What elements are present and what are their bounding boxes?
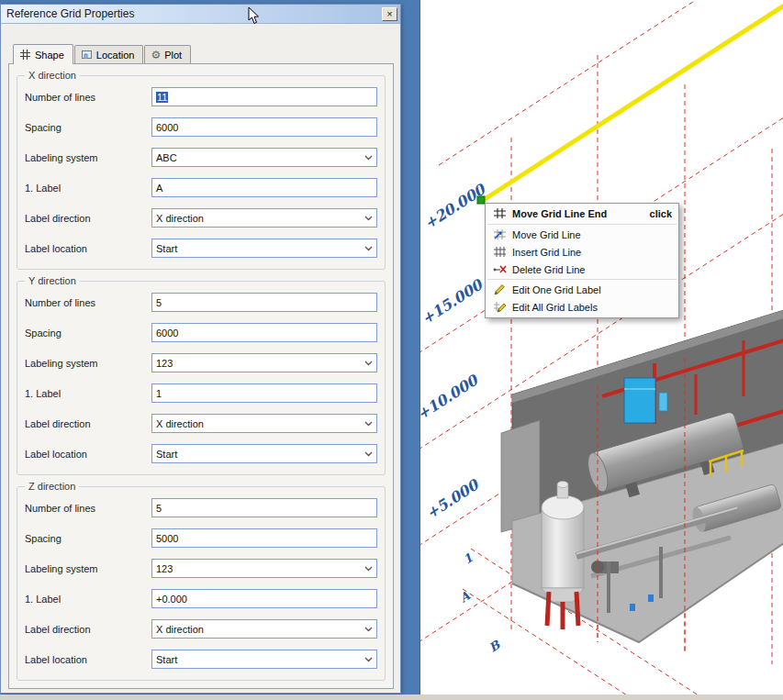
- menu-item-edit-all-grid-labels[interactable]: Edit All Grid Labels: [486, 298, 678, 316]
- input-value: 6000: [156, 122, 178, 133]
- field-row: Number of lines11: [25, 87, 377, 106]
- y-direction-label-direction-select[interactable]: X direction: [151, 414, 377, 433]
- chevron-down-icon: [361, 657, 373, 662]
- field-label: Spacing: [25, 533, 151, 544]
- z-direction-number-of-lines-input[interactable]: 5: [151, 498, 377, 517]
- field-row: Label locationStart: [25, 650, 377, 669]
- edit-one-grid-label-icon: [492, 283, 507, 295]
- field-row: Label directionX direction: [25, 208, 377, 228]
- x-direction-label-direction-select[interactable]: X direction: [151, 208, 377, 228]
- select-value: X direction: [156, 418, 204, 429]
- field-label: Spacing: [25, 328, 151, 339]
- menu-header-hint: click: [650, 208, 672, 219]
- context-menu: Move Grid Line EndclickMove Grid LineIns…: [485, 203, 679, 318]
- field-label: Labeling system: [25, 152, 151, 163]
- field-row: Labeling systemABC: [25, 148, 377, 167]
- blue-box-small: [659, 393, 667, 411]
- menu-item-insert-grid-line[interactable]: Insert Grid Line: [486, 243, 678, 261]
- field-row: Spacing5000: [25, 528, 377, 548]
- input-value: 1: [156, 388, 162, 399]
- group-x-direction: X directionNumber of lines11Spacing6000L…: [17, 75, 386, 270]
- menu-item-label: Insert Grid Line: [512, 247, 581, 258]
- y-direction-label-location-select[interactable]: Start: [151, 444, 377, 463]
- select-value: 123: [156, 358, 173, 369]
- field-label: 1. Label: [25, 594, 151, 605]
- z-direction-1-label-input[interactable]: +0.000: [151, 589, 377, 608]
- field-row: Spacing6000: [25, 117, 377, 137]
- field-row: Spacing6000: [25, 323, 377, 342]
- chevron-down-icon: [361, 627, 373, 632]
- tab-plot[interactable]: ⚙Plot: [144, 45, 191, 63]
- select-value: Start: [156, 243, 177, 254]
- menu-item-edit-one-grid-label[interactable]: Edit One Grid Label: [486, 281, 678, 298]
- select-value: 123: [156, 563, 173, 574]
- group-z-direction: Z directionNumber of lines5Spacing5000La…: [17, 486, 386, 681]
- tab-label: Shape: [35, 50, 64, 61]
- y-direction-spacing-input[interactable]: 6000: [151, 323, 377, 342]
- field-row: Number of lines5: [25, 293, 377, 312]
- mouse-cursor: [248, 6, 261, 25]
- field-row: Label directionX direction: [25, 414, 377, 433]
- z-direction-labeling-system-select[interactable]: 123: [151, 559, 377, 578]
- field-label: Number of lines: [25, 297, 151, 308]
- model-view-canvas[interactable]: Move Grid Line EndclickMove Grid LineIns…: [419, 0, 783, 694]
- grid-end-icon: [492, 207, 507, 219]
- status-strip: [0, 694, 783, 700]
- y-direction-labeling-system-select[interactable]: 123: [151, 353, 377, 372]
- menu-item-label: Edit All Grid Labels: [512, 302, 598, 313]
- select-value: Start: [156, 449, 177, 460]
- menu-item-delete-grid-line[interactable]: Delete Grid Line: [486, 261, 678, 278]
- x-direction-labeling-system-select[interactable]: ABC: [151, 148, 377, 167]
- group-legend: Y direction: [25, 275, 80, 286]
- field-label: Label direction: [25, 418, 151, 429]
- field-row: 1. LabelA: [25, 178, 377, 197]
- 3d-viewport[interactable]: [420, 0, 783, 694]
- chevron-down-icon: [361, 361, 373, 366]
- z-direction-label-direction-select[interactable]: X direction: [151, 619, 377, 639]
- move-grid-line-icon: [492, 228, 507, 240]
- z-direction-label-location-select[interactable]: Start: [151, 650, 377, 669]
- dialog-titlebar[interactable]: Reference Grid Properties ×: [1, 5, 400, 24]
- group-legend: Z direction: [25, 481, 79, 492]
- field-row: 1. Label+0.000: [25, 589, 377, 608]
- input-value: 5: [156, 503, 162, 514]
- menu-header-move-grid-line-end[interactable]: Move Grid Line Endclick: [486, 204, 678, 223]
- tab-shape[interactable]: Shape: [13, 44, 73, 64]
- tab-location[interactable]: Location: [74, 45, 144, 63]
- x-direction-number-of-lines-input[interactable]: 11: [151, 87, 377, 106]
- chevron-down-icon: [361, 246, 373, 251]
- field-label: Label location: [25, 243, 151, 254]
- select-value: X direction: [156, 624, 204, 635]
- select-value: X direction: [156, 213, 204, 224]
- z-direction-spacing-input[interactable]: 5000: [151, 528, 377, 548]
- dialog-title: Reference Grid Properties: [6, 7, 382, 20]
- y-direction-number-of-lines-input[interactable]: 5: [151, 293, 377, 312]
- y-direction-1-label-input[interactable]: 1: [151, 383, 377, 403]
- x-direction-spacing-input[interactable]: 6000: [151, 117, 377, 137]
- plant-model: [501, 310, 783, 642]
- field-label: 1. Label: [25, 388, 151, 399]
- plot-gear-icon: ⚙: [151, 50, 161, 61]
- x-direction-1-label-input[interactable]: A: [151, 178, 377, 197]
- x-direction-label-location-select[interactable]: Start: [151, 239, 377, 258]
- reference-grid-properties-dialog: Reference Grid Properties × ShapeLocatio…: [0, 4, 401, 694]
- close-button[interactable]: ×: [382, 7, 397, 21]
- field-label: 1. Label: [25, 183, 151, 194]
- menu-separator: [487, 224, 677, 225]
- input-value: A: [156, 183, 162, 194]
- field-label: Label location: [25, 654, 151, 665]
- field-label: Labeling system: [25, 358, 151, 369]
- blue-valve-2: [648, 594, 654, 602]
- vertical-tank-nozzle-top: [557, 482, 568, 488]
- highlighted-grid-line[interactable]: [482, 6, 783, 201]
- group-legend: X direction: [25, 70, 80, 81]
- field-label: Label direction: [25, 213, 151, 224]
- application-window: Move Grid Line EndclickMove Grid LineIns…: [0, 0, 783, 700]
- tab-panel: X directionNumber of lines11Spacing6000L…: [8, 63, 394, 689]
- field-label: Number of lines: [25, 92, 151, 103]
- select-value: Start: [156, 654, 177, 665]
- chevron-down-icon: [361, 155, 373, 161]
- blue-valve-1: [630, 604, 635, 611]
- menu-item-move-grid-line[interactable]: Move Grid Line: [486, 226, 678, 243]
- field-row: Number of lines5: [25, 498, 377, 517]
